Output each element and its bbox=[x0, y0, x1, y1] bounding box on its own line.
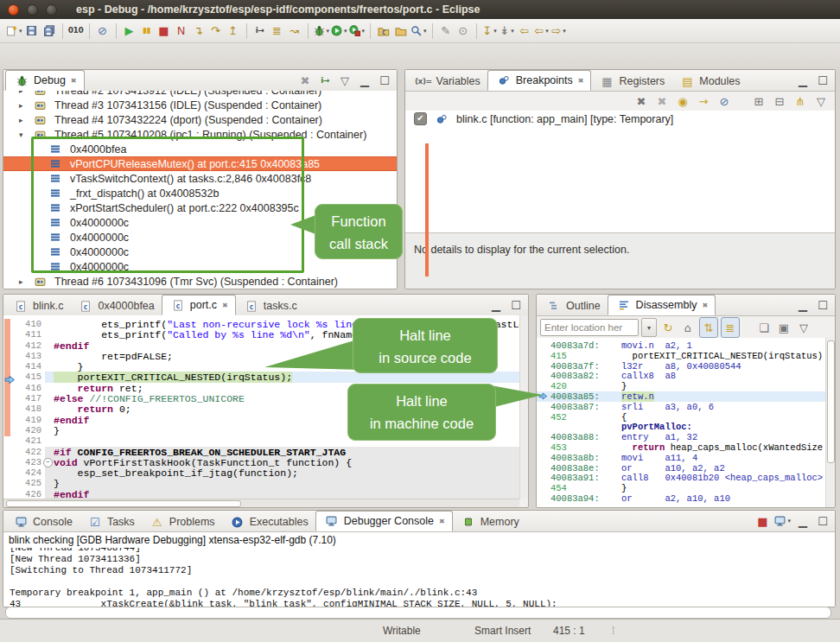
breakpoint-row[interactable]: ✔ blink.c [function: app_main] [type: Te… bbox=[405, 111, 835, 127]
close-tab-icon[interactable]: ✖ bbox=[222, 302, 228, 309]
tab-disassembly[interactable]: Disassembly✖ bbox=[608, 295, 716, 315]
tab-outline[interactable]: Outline bbox=[538, 296, 608, 315]
next-annotation-icon[interactable]: ↡▾ bbox=[499, 22, 516, 41]
disassembly-view-menu-icon[interactable]: ▽ bbox=[795, 318, 812, 337]
new-cpp-project-icon[interactable]: C bbox=[375, 22, 392, 41]
console-output[interactable]: [New Thread 1073468744][New Thread 10734… bbox=[3, 548, 835, 607]
search-icon[interactable]: ▾ bbox=[410, 22, 428, 41]
disassembly-line[interactable]: 40083a85:retw.n bbox=[537, 391, 826, 402]
tab-registers[interactable]: ▦Registers bbox=[591, 72, 671, 91]
thread-row[interactable]: ▸Thread #2 1073413912 (IDLE) (Suspended … bbox=[3, 91, 397, 98]
run-icon[interactable]: ▾ bbox=[330, 22, 348, 41]
tab-memory[interactable]: Memory bbox=[453, 512, 526, 531]
last-edit-location-icon[interactable]: ↧▾ bbox=[481, 22, 499, 41]
pin-editor-icon[interactable]: ⊙ bbox=[455, 22, 472, 41]
back-icon[interactable]: ⇦ bbox=[516, 22, 533, 41]
expand-icon[interactable]: ▸ bbox=[19, 91, 31, 95]
tab-tasks[interactable]: ☑Tasks bbox=[80, 512, 142, 531]
minimize-icon[interactable]: ▁ bbox=[487, 296, 505, 315]
minimize-window-button[interactable] bbox=[27, 4, 38, 16]
disassembly-scrollbar[interactable] bbox=[825, 338, 835, 507]
open-view-icon[interactable]: ▣ bbox=[775, 318, 792, 337]
expand-all-icon[interactable]: ⊞ bbox=[750, 92, 767, 111]
close-tab-icon[interactable]: ✖ bbox=[439, 518, 445, 525]
save-icon[interactable] bbox=[23, 22, 41, 41]
disassembly-line[interactable]: 420} bbox=[537, 381, 826, 391]
disassembly-line[interactable]: 40083a82:callx8 a8 bbox=[537, 371, 826, 381]
maximize-icon[interactable]: ☐ bbox=[814, 296, 831, 315]
maximize-icon[interactable]: ☐ bbox=[376, 71, 393, 90]
use-step-filters-icon[interactable]: ↝ bbox=[286, 22, 303, 41]
console-horizontal-scrollbar[interactable] bbox=[5, 607, 831, 619]
disassembly-line[interactable]: 40083a88:entry a1, 32 bbox=[537, 432, 826, 442]
refresh-view-icon[interactable]: ↻ bbox=[659, 318, 677, 337]
skip-all-breakpoints-toolbar-icon[interactable]: ⊘ bbox=[94, 22, 111, 41]
group-breakpoints-icon[interactable]: ⋔ bbox=[792, 92, 809, 111]
step-return-icon[interactable]: ↥ bbox=[225, 22, 242, 41]
thread-row[interactable]: ▸Thread #6 1073431096 (Tmr Svc) (Suspend… bbox=[3, 274, 397, 289]
tab-breakpoints[interactable]: Breakpoints✖ bbox=[487, 70, 592, 91]
disassembly-line[interactable]: 40083a7f:l32r a8, 0x40080544 bbox=[537, 361, 826, 372]
new-disassembly-view-icon[interactable]: ❏ bbox=[755, 318, 773, 337]
expand-icon[interactable]: ▸ bbox=[19, 116, 31, 124]
external-tools-icon[interactable]: ▾ bbox=[348, 22, 366, 41]
collapse-all-icon[interactable]: ⊟ bbox=[771, 92, 788, 111]
disassembly-line[interactable]: 415 portEXIT_CRITICAL_NESTED(irqStatus) bbox=[537, 351, 826, 361]
tab-debug[interactable]: Debug✖ bbox=[5, 70, 85, 91]
disassembly-line[interactable]: 40083a87:srli a3, a0, 6 bbox=[537, 402, 826, 412]
expand-icon[interactable]: ▸ bbox=[19, 277, 31, 286]
editor-horizontal-scrollbar[interactable] bbox=[3, 499, 519, 507]
close-tab-icon[interactable]: ✖ bbox=[702, 302, 708, 309]
maximize-icon[interactable]: ☐ bbox=[814, 512, 831, 531]
instruction-stepping-icon[interactable]: i→ bbox=[251, 22, 269, 41]
save-all-icon[interactable] bbox=[41, 22, 58, 41]
disassembly-line[interactable]: pvPortMalloc: bbox=[537, 422, 826, 432]
maximize-window-button[interactable] bbox=[46, 4, 57, 16]
display-selected-console-icon[interactable]: ▾ bbox=[773, 512, 792, 531]
show-supported-breakpoints-icon[interactable]: ◉ bbox=[674, 92, 691, 111]
disassembly-line[interactable]: 454} bbox=[537, 483, 826, 493]
disassembly-line[interactable]: 40083a8e:or a10, a2, a2 bbox=[537, 463, 826, 474]
maximize-icon[interactable]: ☐ bbox=[507, 296, 525, 315]
tab-modules[interactable]: ▤Modules bbox=[671, 72, 747, 91]
close-tab-icon[interactable]: ✖ bbox=[578, 77, 584, 85]
tab-debugger-console[interactable]: Debugger Console✖ bbox=[315, 511, 453, 531]
debug-icon[interactable]: ▾ bbox=[313, 22, 331, 41]
tab-blink-c[interactable]: cblink.c bbox=[5, 296, 70, 315]
tab-problems[interactable]: ⚠Problems bbox=[142, 512, 222, 531]
suspend-icon[interactable]: ▮▮ bbox=[138, 22, 156, 41]
go-home-icon[interactable]: ⌂ bbox=[679, 318, 697, 337]
disassembly-line[interactable]: 40083a8b:movi a11, 4 bbox=[537, 453, 826, 463]
disconnect-icon[interactable]: N bbox=[173, 22, 190, 41]
fold-marker-icon[interactable]: − bbox=[43, 458, 53, 467]
code-line[interactable]: 423void vPortFirstTaskHook(TaskFunction_… bbox=[3, 457, 528, 467]
breakpoints-view-menu-icon[interactable]: ▽ bbox=[812, 92, 830, 111]
remove-all-breakpoints-icon[interactable]: ✖ bbox=[653, 92, 671, 111]
remove-selected-breakpoints-icon[interactable]: ✖ bbox=[633, 92, 650, 111]
sync-context-icon[interactable]: ⇅ bbox=[699, 317, 718, 338]
resume-icon[interactable]: ▶ bbox=[121, 22, 138, 41]
close-tab-icon[interactable]: ✖ bbox=[71, 77, 77, 85]
skip-all-breakpoints-icon[interactable]: ⊘ bbox=[716, 92, 733, 111]
goto-breakpoint-file-icon[interactable]: → bbox=[695, 92, 712, 111]
tab-executables[interactable]: Executables bbox=[222, 512, 315, 531]
location-dropdown-icon[interactable]: ▼ bbox=[641, 318, 657, 337]
collapse-icon[interactable]: ▾ bbox=[19, 130, 31, 139]
disassembly-line[interactable]: 452{ bbox=[537, 412, 826, 423]
minimize-icon[interactable]: ▁ bbox=[794, 71, 811, 90]
disassembly-line[interactable]: 40083a94:or a2, a10, a10 bbox=[537, 493, 826, 504]
location-input[interactable] bbox=[540, 319, 639, 336]
show-console-icon[interactable]: ≣ bbox=[269, 22, 286, 41]
code-line[interactable]: 422#if CONFIG_FREERTOS_BREAK_ON_SCHEDULE… bbox=[3, 447, 528, 457]
terminate-console-icon[interactable]: ■ bbox=[754, 512, 771, 531]
tab-variables[interactable]: (x)=Variables bbox=[407, 72, 487, 91]
forward-history-icon[interactable]: ⇨▾ bbox=[550, 22, 568, 41]
close-window-button[interactable] bbox=[8, 4, 19, 16]
binary-icon[interactable]: 010 bbox=[67, 22, 85, 41]
step-over-icon[interactable]: ↷ bbox=[207, 22, 225, 41]
minimize-icon[interactable]: ▁ bbox=[794, 512, 811, 531]
minimize-icon[interactable]: ▁ bbox=[356, 71, 373, 90]
toggle-mark-occurrences-icon[interactable]: ✎ bbox=[437, 22, 455, 41]
expand-icon[interactable]: ▸ bbox=[19, 101, 31, 110]
breakpoint-checkbox[interactable]: ✔ bbox=[414, 112, 427, 125]
